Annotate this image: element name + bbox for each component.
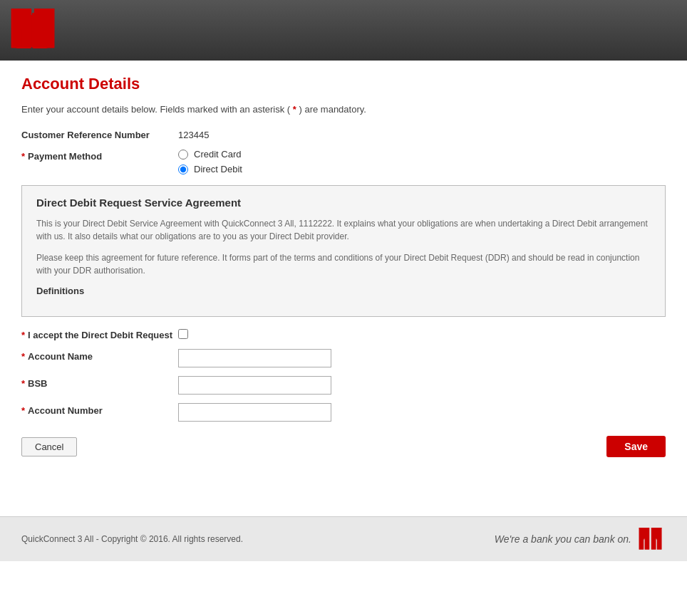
footer-tagline: We're a bank you can bank on. — [495, 533, 631, 545]
header — [0, 0, 687, 61]
logo-container — [14, 9, 64, 52]
cancel-button[interactable]: Cancel — [21, 437, 77, 456]
agreement-para1: This is your Direct Debit Service Agreem… — [36, 217, 651, 243]
account-name-row: * Account Name — [21, 349, 666, 367]
footer-copyright: QuickConnect 3 All - Copyright © 2016. A… — [21, 534, 243, 544]
bsb-label: * BSB — [21, 376, 178, 389]
bsb-input[interactable] — [178, 376, 331, 395]
account-number-label: * Account Number — [21, 403, 178, 416]
direct-debit-option[interactable]: Direct Debit — [178, 164, 242, 174]
accept-ddr-checkbox[interactable] — [178, 329, 188, 339]
required-star-ddr: * — [21, 330, 25, 340]
bsb-row: * BSB — [21, 376, 666, 395]
agreement-title: Direct Debit Request Service Agreement — [36, 197, 651, 209]
account-number-input[interactable] — [178, 403, 331, 422]
payment-method-options: Credit Card Direct Debit — [178, 149, 242, 174]
agreement-para2: Please keep this agreement for future re… — [36, 251, 651, 277]
credit-card-label: Credit Card — [194, 149, 241, 160]
account-number-row: * Account Number — [21, 403, 666, 422]
direct-debit-radio[interactable] — [178, 165, 188, 174]
agreement-box: Direct Debit Request Service Agreement T… — [21, 185, 666, 317]
required-star-acnum: * — [21, 405, 25, 416]
main-content: Account Details Enter your account detai… — [0, 61, 687, 516]
customer-ref-row: Customer Reference Number 123445 — [21, 127, 666, 140]
customer-ref-label: Customer Reference Number — [21, 127, 178, 140]
save-button[interactable]: Save — [606, 436, 666, 457]
footer-right: We're a bank you can bank on. — [495, 528, 666, 550]
account-name-label: * Account Name — [21, 349, 178, 362]
payment-method-label: * Payment Method — [21, 149, 178, 162]
customer-ref-value: 123445 — [178, 127, 209, 140]
accept-ddr-label: * I accept the Direct Debit Request — [21, 328, 178, 340]
payment-method-row: * Payment Method Credit Card Direct Debi… — [21, 149, 666, 174]
required-star-account: * — [21, 351, 25, 362]
footer: QuickConnect 3 All - Copyright © 2016. A… — [0, 516, 687, 561]
account-name-input[interactable] — [178, 349, 331, 367]
accept-ddr-row: * I accept the Direct Debit Request — [21, 328, 666, 340]
agreement-scroll[interactable]: Direct Debit Request Service Agreement T… — [22, 186, 665, 318]
direct-debit-label: Direct Debit — [194, 164, 242, 174]
button-row: Cancel Save — [21, 436, 666, 457]
required-star-bsb: * — [21, 378, 25, 389]
footer-westpac-logo — [639, 528, 666, 550]
westpac-logo-icon — [11, 9, 64, 51]
page-title: Account Details — [21, 75, 666, 93]
instruction-text: Enter your account details below. Fields… — [21, 104, 666, 115]
agreement-definitions-title: Definitions — [36, 286, 651, 296]
required-star: * — [21, 151, 25, 162]
credit-card-radio[interactable] — [178, 150, 188, 160]
credit-card-option[interactable]: Credit Card — [178, 149, 242, 160]
